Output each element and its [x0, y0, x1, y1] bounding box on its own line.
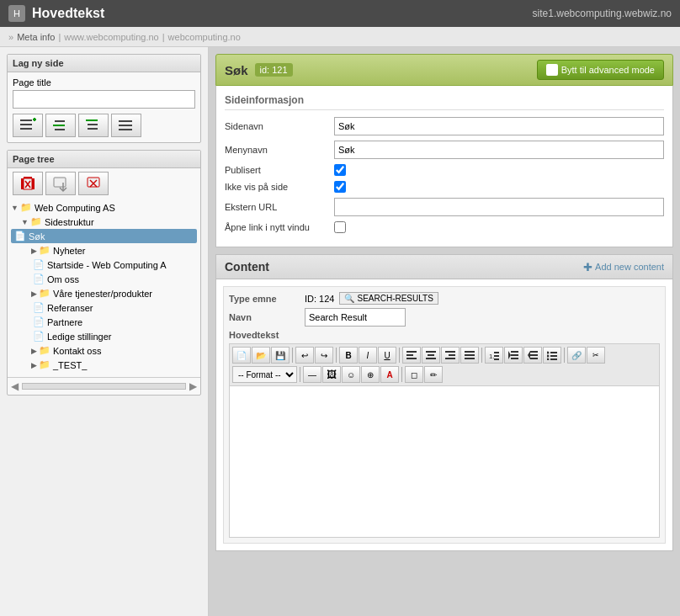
advanced-mode-button[interactable]: Bytt til advanced mode	[537, 60, 664, 80]
ed-ul[interactable]	[543, 347, 561, 364]
ed-unlink[interactable]: ✂	[587, 347, 605, 364]
ekstern-url-input[interactable]	[334, 198, 664, 216]
tree-delete-btn[interactable]	[13, 172, 43, 195]
ed-save[interactable]: 💾	[271, 347, 290, 364]
tree-cut-btn[interactable]	[78, 172, 109, 195]
svg-rect-41	[511, 351, 518, 353]
ledige-page-icon: 📄	[33, 331, 45, 342]
ed-justify[interactable]	[460, 347, 479, 364]
ed-smiley[interactable]: ☺	[342, 366, 360, 383]
tree-item-label-kontakt: Kontakt oss	[53, 346, 101, 356]
ed-undo[interactable]: ↩	[295, 347, 314, 364]
tree-item-test[interactable]: ▶ 📁 _TEST_	[11, 358, 197, 372]
app-title: Hovedtekst	[32, 6, 104, 21]
sidenavn-input[interactable]	[334, 117, 664, 135]
publisert-checkbox[interactable]	[334, 164, 346, 176]
svg-point-50	[547, 355, 550, 358]
ed-new-doc[interactable]: 📄	[232, 347, 251, 364]
ed-indent[interactable]	[504, 347, 523, 364]
ed-box[interactable]: ◻	[405, 366, 423, 383]
sep2	[336, 348, 337, 363]
nyheter-arrow: ▶	[31, 247, 37, 255]
tree-item-omoss[interactable]: 📄 Om oss	[11, 272, 197, 286]
ed-bold[interactable]: B	[339, 347, 358, 364]
ed-align-left[interactable]	[402, 347, 421, 364]
partnere-page-icon: 📄	[33, 316, 45, 327]
scroll-left-arrow[interactable]: ◀	[11, 380, 19, 392]
ed-align-right[interactable]	[441, 347, 460, 364]
svg-rect-46	[530, 354, 538, 356]
ed-image[interactable]: 🖼	[322, 366, 341, 383]
add-content-button[interactable]: ✚ Add new content	[583, 261, 664, 273]
page-tree-section: Page tree ▼ 📁 Web Computing AS	[7, 150, 201, 396]
tb-btn-2[interactable]	[45, 114, 76, 137]
menynavn-row: Menynavn	[225, 141, 664, 159]
tree-items: ▼ 📁 Web Computing AS ▼ 📁 Sidestruktur 📄 …	[8, 199, 200, 374]
svg-rect-25	[406, 351, 417, 353]
scroll-right-arrow[interactable]: ▶	[189, 380, 197, 392]
tree-item-referanser[interactable]: 📄 Referanser	[11, 300, 197, 315]
lag-ny-side-section: Lag ny side Page title	[7, 54, 201, 143]
test-folder-icon: 📁	[39, 359, 50, 370]
sep6	[300, 367, 300, 382]
svg-rect-7	[55, 129, 65, 130]
tree-item-sok[interactable]: 📄 Søk	[11, 229, 197, 243]
tree-item-nyheter[interactable]: ▶ 📁 Nyheter	[11, 243, 197, 258]
svg-rect-8	[86, 119, 98, 121]
tb-btn-1[interactable]	[13, 114, 43, 137]
tree-item-label-test: _TEST_	[53, 360, 87, 370]
top-bar-left: H Hovedtekst	[8, 5, 104, 22]
tree-item-kontakt[interactable]: ▶ 📁 Kontakt oss	[11, 343, 197, 358]
tree-item-root[interactable]: ▼ 📁 Web Computing AS	[11, 200, 197, 215]
ed-hr[interactable]: —	[303, 366, 321, 383]
svg-rect-32	[449, 354, 455, 356]
ed-open[interactable]: 📂	[252, 347, 270, 364]
ikke-vis-checkbox[interactable]	[334, 181, 346, 193]
ed-outdent[interactable]	[523, 347, 542, 364]
tb-btn-3[interactable]	[78, 114, 109, 137]
editor-area[interactable]	[229, 386, 660, 538]
svg-rect-11	[119, 120, 132, 122]
tree-item-tjenester[interactable]: ▶ 📁 Våre tjenester/produkter	[11, 286, 197, 300]
ed-align-center[interactable]	[422, 347, 440, 364]
svg-rect-43	[511, 358, 518, 359]
ed-special-char[interactable]: ⊕	[361, 366, 380, 383]
svg-marker-48	[528, 351, 530, 359]
ed-redo[interactable]: ↪	[315, 347, 333, 364]
page-tree-title: Page tree	[8, 151, 200, 168]
tree-item-sidestruktur[interactable]: ▼ 📁 Sidestruktur	[11, 215, 197, 229]
sidebar-scroll: ◀ ▶	[8, 377, 200, 395]
format-select[interactable]: -- Format -- Paragraph Heading 1 Heading…	[232, 366, 297, 383]
svg-text:1.: 1.	[489, 353, 495, 360]
ed-italic[interactable]: I	[359, 347, 377, 364]
tree-item-startside[interactable]: 📄 Startside - Web Computing A	[11, 258, 197, 272]
sidestruktur-folder-icon: 📁	[30, 216, 42, 227]
tree-item-label-referanser: Referanser	[47, 303, 93, 313]
svg-rect-42	[511, 354, 518, 356]
tb-btn-4[interactable]	[111, 114, 141, 137]
ed-pencil[interactable]: ✏	[424, 366, 443, 383]
ed-font-color[interactable]: A	[380, 366, 399, 383]
tree-item-ledige[interactable]: 📄 Ledige stillinger	[11, 329, 197, 343]
menynavn-input[interactable]	[334, 141, 664, 159]
page-title-input[interactable]	[13, 90, 195, 109]
apne-link-label: Åpne link i nytt vindu	[225, 222, 334, 232]
omoss-page-icon: 📄	[33, 273, 45, 284]
tree-move-btn[interactable]	[45, 172, 76, 195]
breadcrumb-link[interactable]: Meta info	[17, 32, 55, 42]
ed-link[interactable]: 🔗	[567, 347, 586, 364]
breadcrumb: » Meta info | www.webcomputing.no | webc…	[0, 27, 680, 47]
content-section-title: Content	[225, 260, 269, 273]
svg-rect-36	[465, 358, 475, 359]
nyheter-folder-icon: 📁	[39, 245, 50, 256]
tree-item-partnere[interactable]: 📄 Partnere	[11, 315, 197, 329]
ed-underline[interactable]: U	[378, 347, 396, 364]
scroll-bar	[22, 383, 186, 390]
breadcrumb-sep2: |	[162, 32, 165, 42]
apne-link-checkbox[interactable]	[334, 221, 346, 233]
ed-ol[interactable]: 1.	[485, 347, 503, 364]
svg-marker-44	[508, 351, 511, 359]
navn-input[interactable]	[305, 308, 406, 327]
tree-item-label-nyheter: Nyheter	[53, 246, 86, 256]
sep5	[564, 348, 565, 363]
